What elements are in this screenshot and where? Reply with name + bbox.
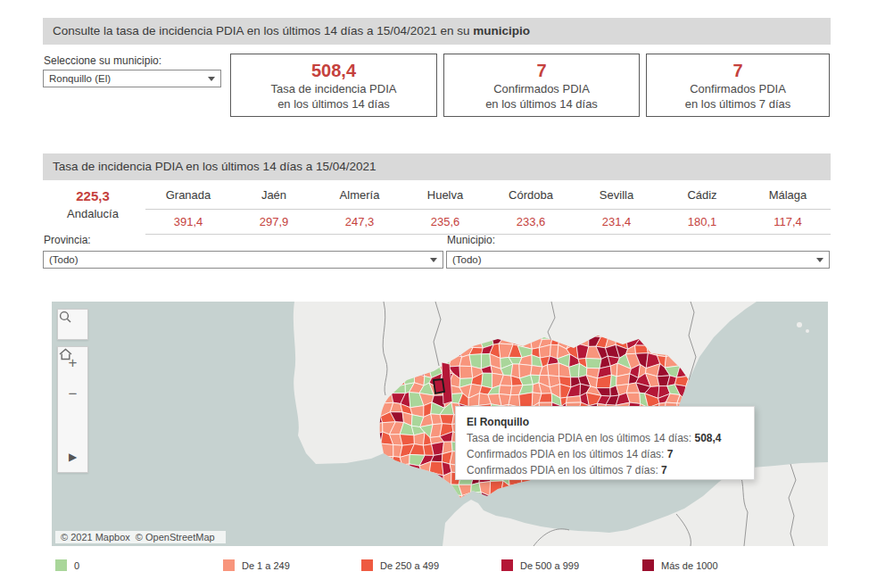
legend-item: De 1 a 249	[223, 559, 290, 571]
legend-swatch	[361, 559, 373, 571]
legend-label: Más de 1000	[661, 560, 718, 571]
provincia-filter[interactable]: (Todo)	[43, 251, 443, 269]
page-title: Consulte la tasa de incidencia PDIA en l…	[43, 18, 831, 45]
legend-swatch	[501, 559, 513, 571]
municipio-filter-label: Municipio:	[447, 234, 495, 246]
island	[806, 329, 809, 333]
andalucia-summary: 225,3 Andalucía	[43, 188, 143, 220]
dashboard: Consulte la tasa de incidencia PDIA en l…	[0, 0, 877, 588]
stat-value: 7	[647, 60, 829, 81]
color-legend: 0 De 1 a 249 De 250 a 499 De 500 a 999 M…	[43, 559, 831, 577]
legend-label: De 1 a 249	[242, 560, 290, 571]
map-attribution: © 2021 Mapbox© OpenStreetMap	[55, 531, 226, 543]
home-button[interactable]	[58, 410, 87, 441]
table-row: Almería 247,3	[317, 185, 402, 235]
stat-label-line2: en los últimos 7 días	[647, 96, 829, 112]
island	[797, 322, 802, 327]
pan-mode-button[interactable]: ▶	[58, 441, 87, 472]
legend-item: Más de 1000	[642, 559, 718, 571]
stat-value: 508,4	[231, 60, 436, 81]
municipio-selector-label: Seleccione su municipio:	[44, 54, 161, 67]
province-table: Granada 391,4 Jaén 297,9 Almería 247,3 H…	[145, 185, 831, 235]
table-row: Málaga 117,4	[745, 185, 831, 235]
tooltip-title: El Ronquillo	[467, 414, 743, 430]
province-value: 231,4	[574, 210, 659, 235]
table-row: Córdoba 233,6	[488, 185, 574, 235]
stat-label-line1: Confirmados PDIA	[647, 81, 829, 96]
page-title-text: Consulte la tasa de incidencia PDIA en l…	[53, 24, 473, 37]
section-title: Tasa de incidencia PDIA en los últimos 1…	[43, 153, 831, 180]
stat-card-confirmed-7d: 7 Confirmados PDIA en los últimos 7 días	[646, 54, 830, 117]
map-control-group: + − ▶	[57, 346, 88, 473]
map-search-button[interactable]	[57, 309, 88, 340]
municipio-filter[interactable]: (Todo)	[446, 251, 830, 269]
home-icon	[58, 347, 73, 361]
table-row: Granada 391,4	[145, 185, 231, 235]
stat-value: 7	[444, 60, 639, 81]
tooltip-line: Confirmados PDIA en los últimos 7 días: …	[467, 462, 743, 478]
province-name: Jaén	[231, 185, 317, 210]
legend-item: De 250 a 499	[361, 559, 439, 571]
legend-label: 0	[74, 560, 79, 571]
table-row: Huelva 235,6	[402, 185, 488, 235]
municipio-filter-value: (Todo)	[452, 254, 482, 265]
tooltip-line: Confirmados PDIA en los últimos 14 días:…	[467, 446, 743, 462]
province-name: Málaga	[745, 185, 831, 210]
tooltip-line: Tasa de incidencia PDIA en los últimos 1…	[467, 430, 743, 446]
provincia-filter-label: Provincia:	[44, 234, 91, 246]
provincia-filter-value: (Todo)	[49, 254, 79, 265]
stat-card-confirmed-14d: 7 Confirmados PDIA en los últimos 14 día…	[443, 54, 640, 117]
table-row: Jaén 297,9	[231, 185, 317, 235]
table-row: Cádiz 180,1	[659, 185, 745, 235]
table-row: Sevilla 231,4	[574, 185, 659, 235]
pan-arrow-icon: ▶	[69, 451, 77, 463]
province-value: 247,3	[317, 210, 402, 235]
chevron-down-icon	[430, 258, 437, 262]
legend-item: 0	[55, 559, 79, 571]
legend-item: De 500 a 999	[501, 559, 579, 571]
mapbox-attribution-link[interactable]: © 2021 Mapbox	[61, 532, 130, 542]
province-value: 117,4	[745, 210, 831, 235]
legend-swatch	[223, 559, 235, 571]
legend-swatch	[642, 559, 654, 571]
andalucia-value: 225,3	[43, 188, 143, 203]
municipio-selector[interactable]: Ronquillo (El)	[43, 70, 221, 87]
osm-attribution-link[interactable]: © OpenStreetMap	[136, 532, 215, 542]
legend-label: De 500 a 999	[520, 560, 579, 571]
page-title-bold: municipio	[473, 24, 530, 37]
andalucia-label: Andalucía	[43, 207, 143, 220]
province-value: 297,9	[231, 210, 317, 235]
province-value: 233,6	[488, 210, 574, 235]
stat-label-line1: Tasa de incidencia PDIA	[231, 81, 436, 96]
stat-label-line2: en los últimos 14 días	[444, 96, 639, 112]
chevron-down-icon	[816, 258, 823, 262]
stat-label-line1: Confirmados PDIA	[444, 81, 639, 96]
zoom-out-button[interactable]: −	[58, 378, 87, 410]
map-tooltip: El Ronquillo Tasa de incidencia PDIA en …	[455, 406, 755, 480]
province-value: 180,1	[659, 210, 745, 235]
province-name: Córdoba	[488, 185, 574, 210]
province-name: Sevilla	[574, 185, 659, 210]
stat-card-incidence-14d: 508,4 Tasa de incidencia PDIA en los últ…	[230, 54, 437, 117]
province-name: Almería	[317, 185, 402, 210]
province-name: Huelva	[402, 185, 488, 210]
legend-label: De 250 a 499	[380, 560, 439, 571]
stat-label-line2: en los últimos 14 días	[231, 96, 436, 112]
province-name: Cádiz	[659, 185, 745, 210]
search-icon	[58, 310, 72, 324]
province-value: 391,4	[145, 210, 231, 235]
province-name: Granada	[145, 185, 231, 210]
province-value: 235,6	[402, 210, 488, 235]
municipio-selector-value: Ronquillo (El)	[49, 73, 111, 84]
legend-swatch	[55, 559, 67, 571]
chevron-down-icon	[208, 77, 215, 81]
choropleth-map[interactable]: + − ▶ El Ronquillo Tasa de incidencia PD…	[52, 302, 828, 546]
